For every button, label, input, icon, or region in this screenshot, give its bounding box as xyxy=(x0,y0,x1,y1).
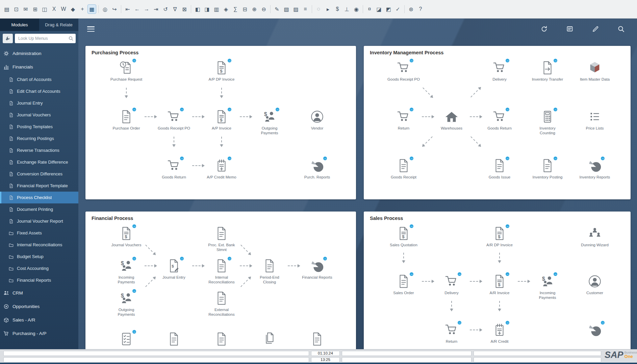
process-item-inventory-transfer[interactable]: →Inventory Transfer xyxy=(530,60,565,82)
link-badge[interactable]: → xyxy=(600,320,605,325)
search-icon[interactable] xyxy=(617,25,625,33)
link-badge[interactable]: → xyxy=(409,272,414,277)
link-badge[interactable]: → xyxy=(275,107,280,112)
sidebar-item-budget-setup[interactable]: Budget Setup xyxy=(0,251,78,262)
process-item-internal-reconciliations[interactable]: →Internal Reconciliations xyxy=(204,258,239,285)
process-item-a-p-credit-memo[interactable]: →A/P Credit Memo xyxy=(204,158,239,179)
export-file-icon[interactable]: ⊞ xyxy=(31,5,39,13)
process-item-period-end-closing[interactable]: Period-End Closing xyxy=(252,258,287,285)
process-item-outgoing-payments[interactable]: →Outgoing Payments xyxy=(252,109,287,136)
export-pdf-icon[interactable]: ◆ xyxy=(69,5,77,13)
link-badge[interactable]: → xyxy=(227,58,232,63)
process-item-vendor[interactable]: Vendor xyxy=(300,109,335,131)
process-item-purchase-order[interactable]: →Purchase Order xyxy=(109,109,144,131)
process-item-inventory-counting[interactable]: →Inventory Counting xyxy=(530,109,565,136)
process-item-goods-receipt[interactable]: →Goods Receipt xyxy=(386,158,421,179)
link-badge[interactable]: → xyxy=(227,156,232,161)
print-preview-icon[interactable]: ▤ xyxy=(3,5,11,13)
sidebar-item-chart-of-accounts[interactable]: Chart of Accounts xyxy=(0,74,78,85)
sidebar-item-crm[interactable]: CRM xyxy=(0,286,78,300)
sidebar-item-reverse-transactions[interactable]: Reverse Transactions xyxy=(0,144,78,156)
process-item-return[interactable]: →Return xyxy=(386,109,421,131)
process-item-incoming-payments[interactable]: →Incoming Payments xyxy=(109,258,144,285)
link-badge[interactable]: → xyxy=(227,107,232,112)
link-badge[interactable]: → xyxy=(409,224,414,229)
process-item-a-r-invoice[interactable]: →A/R Invoice xyxy=(482,274,517,295)
currency-icon[interactable]: ¤ xyxy=(365,5,374,13)
notes-icon[interactable]: ≡ xyxy=(301,5,309,13)
sidebar-item-fixed-assets[interactable]: Fixed Assets xyxy=(0,227,78,239)
process-item-customer[interactable]: Customer xyxy=(577,274,612,295)
link-badge[interactable]: → xyxy=(132,329,137,334)
process-item-outgoing-payments[interactable]: →Outgoing Payments xyxy=(109,290,144,317)
payment-means-icon[interactable]: $ xyxy=(333,5,341,13)
process-item-delivery[interactable]: →Delivery xyxy=(434,274,469,295)
sidebar-item-posting-templates[interactable]: Posting Templates xyxy=(0,121,78,133)
subtract-table-icon[interactable]: ⊟ xyxy=(241,5,249,13)
find-in-table-icon[interactable]: ⊠ xyxy=(180,5,188,13)
process-item-item-master-data[interactable]: Item Master Data xyxy=(577,60,612,82)
filter-table-icon[interactable]: ∇ xyxy=(171,5,179,13)
sidebar-item-document-printing[interactable]: Document Printing xyxy=(0,203,78,215)
org-chart-icon[interactable]: ⊥ xyxy=(343,5,351,13)
process-item-journal-vouchers[interactable]: →Journal Vouchers xyxy=(109,226,144,247)
process-item-item[interactable] xyxy=(204,331,239,347)
sidebar-item-edit-chart-of-accounts[interactable]: Edit Chart of Accounts xyxy=(0,85,78,97)
process-item-proc-ext-bank-stmnt[interactable]: Proc. Ext. Bank Stmnt xyxy=(204,226,239,252)
find-icon[interactable]: ◎ xyxy=(101,5,109,13)
undo-icon[interactable]: ↺ xyxy=(161,5,170,13)
link-badge[interactable]: → xyxy=(179,156,184,161)
user-settings-icon[interactable]: ◉ xyxy=(352,5,360,13)
sidebar-item-cost-accounting[interactable]: Cost Accounting xyxy=(0,262,78,274)
process-item-warehouses[interactable]: Warehouses xyxy=(434,109,469,131)
process-item-delivery[interactable]: →Delivery xyxy=(482,60,517,82)
process-item-inventory-reports[interactable]: →Inventory Reports xyxy=(577,158,612,179)
process-item-journal-entry[interactable]: →Journal Entry xyxy=(156,258,192,280)
split-screen-icon[interactable]: ◧ xyxy=(194,5,202,13)
link-badge[interactable]: → xyxy=(457,272,462,277)
sum-icon[interactable]: ∑ xyxy=(231,5,239,13)
link-badge[interactable]: → xyxy=(409,156,414,161)
link-badge[interactable]: → xyxy=(323,256,328,261)
link-badge[interactable]: → xyxy=(505,320,510,325)
table-format-icon[interactable]: ▦ xyxy=(88,5,96,13)
sidebar-item-financials[interactable]: Financials xyxy=(0,60,78,74)
process-item-a-r-dp-invoice[interactable]: →A/R DP Invoice xyxy=(482,226,517,247)
process-item-external-reconciliations[interactable]: External Reconciliations xyxy=(204,290,239,317)
sidebar-item-opportunities[interactable]: Opportunities xyxy=(0,300,78,313)
link-badge[interactable]: → xyxy=(132,107,137,112)
menu-settings-button[interactable] xyxy=(3,34,13,43)
settings-icon[interactable]: ⊛ xyxy=(407,5,415,13)
print-icon[interactable]: ⊡ xyxy=(12,5,20,13)
sidebar-item-administration[interactable]: Administration xyxy=(0,47,78,60)
process-item-a-r-credit[interactable]: →A/R Credit xyxy=(482,322,517,344)
merge-screen-icon[interactable]: ◨ xyxy=(203,5,211,13)
process-item-a-p-invoice[interactable]: →A/P Invoice xyxy=(204,109,239,131)
process-item-item[interactable] xyxy=(252,331,287,347)
chart-icon[interactable]: ◩ xyxy=(384,5,392,13)
link-badge[interactable]: → xyxy=(505,156,510,161)
link-badge[interactable]: → xyxy=(505,272,510,277)
process-item-inventory-posting[interactable]: →Inventory Posting xyxy=(530,158,565,179)
related-documents-icon[interactable]: ▥ xyxy=(212,5,221,13)
link-badge[interactable]: → xyxy=(553,156,558,161)
menu-icon[interactable] xyxy=(87,26,95,32)
sidebar-item-purchasing-a-p[interactable]: Purchasing - A/P xyxy=(0,327,78,340)
sidebar-item-financial-report-template[interactable]: Financial Report Template xyxy=(0,180,78,192)
process-item-item[interactable]: → xyxy=(577,322,612,338)
sidebar-item-sales-a-r[interactable]: Sales - A/R xyxy=(0,313,78,327)
approve-icon[interactable]: ✓ xyxy=(394,5,402,13)
export-excel-icon[interactable]: X xyxy=(50,5,58,13)
sidebar-item-journal-voucher-report[interactable]: Journal Voucher Report xyxy=(0,215,78,227)
process-item-a-p-dp-invoice[interactable]: →A/P DP Invoice xyxy=(204,60,239,82)
process-item-price-lists[interactable]: Price Lists xyxy=(577,109,612,131)
process-item-incoming-payments[interactable]: →Incoming Payments xyxy=(530,274,565,300)
process-item-goods-return[interactable]: →Goods Return xyxy=(482,109,517,131)
link-badge[interactable]: → xyxy=(553,272,558,277)
sidebar-item-internal-reconciliations[interactable]: Internal Reconciliations xyxy=(0,239,78,251)
sidebar-item-conversion-differences[interactable]: Conversion Differences xyxy=(0,168,78,180)
expand-icon[interactable]: ⊕ xyxy=(250,5,258,13)
link-icon[interactable]: ◈ xyxy=(222,5,230,13)
export-word-icon[interactable]: W xyxy=(59,5,68,13)
link-badge[interactable]: → xyxy=(553,107,558,112)
